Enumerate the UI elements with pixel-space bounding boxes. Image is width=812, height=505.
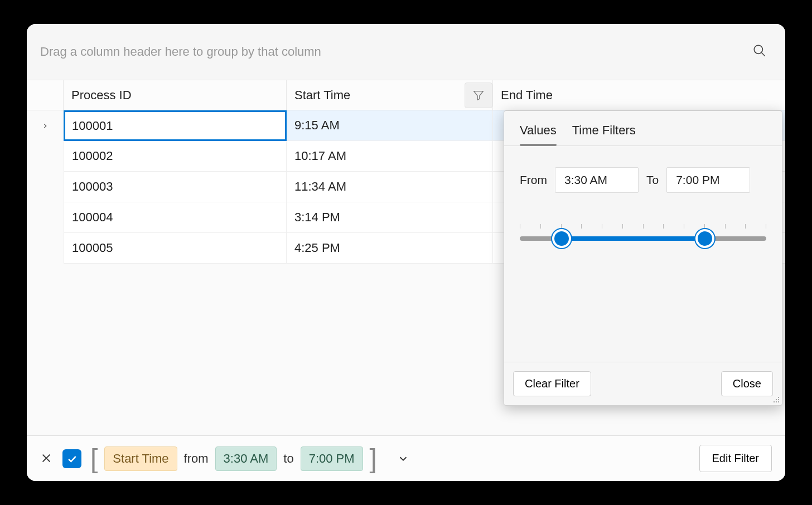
cell-process-id[interactable]: 100003 xyxy=(64,172,287,202)
slider-handle-low[interactable] xyxy=(552,229,571,248)
header-process-id-label: Process ID xyxy=(71,88,132,103)
from-label: From xyxy=(520,173,547,187)
range-inputs: From 3:30 AM To 7:00 PM xyxy=(520,167,766,193)
svg-point-4 xyxy=(778,397,779,398)
tab-time-filters[interactable]: Time Filters xyxy=(572,123,636,145)
from-field[interactable]: 3:30 AM xyxy=(555,167,639,193)
filter-word-to: to xyxy=(283,451,293,466)
cell-start-time[interactable]: 11:34 AM xyxy=(287,172,493,202)
clear-filter-button[interactable]: Clear Filter xyxy=(513,371,591,396)
range-slider[interactable] xyxy=(520,224,766,258)
header-end-time[interactable]: End Time xyxy=(493,80,785,110)
filter-button-start-time[interactable] xyxy=(465,82,492,108)
slider-fill xyxy=(562,236,704,241)
svg-point-7 xyxy=(774,401,775,402)
chevron-right-icon xyxy=(41,122,49,130)
cell-start-time[interactable]: 9:15 AM xyxy=(287,110,493,141)
row-expander[interactable] xyxy=(27,141,64,172)
resize-grip[interactable] xyxy=(773,396,780,403)
svg-point-0 xyxy=(754,45,762,54)
filter-dropdown[interactable] xyxy=(397,453,409,465)
cell-process-id[interactable]: 100004 xyxy=(64,202,287,233)
svg-point-9 xyxy=(778,401,779,402)
tab-values[interactable]: Values xyxy=(520,123,557,145)
filter-field-chip[interactable]: Start Time xyxy=(104,446,177,471)
row-expander[interactable] xyxy=(27,233,64,264)
close-icon xyxy=(40,452,52,464)
cell-start-time[interactable]: 10:17 AM xyxy=(287,141,493,172)
to-label: To xyxy=(646,173,659,187)
row-expander[interactable] xyxy=(27,172,64,202)
row-expander[interactable] xyxy=(27,110,64,141)
close-filter-button[interactable]: Close xyxy=(721,371,773,396)
filter-popup: Values Time Filters From 3:30 AM To 7:00… xyxy=(504,110,782,406)
group-panel[interactable]: Drag a column header here to group by th… xyxy=(27,24,785,80)
header-start-time[interactable]: Start Time xyxy=(287,80,493,110)
filter-expression[interactable]: [ Start Time from 3:30 AM to 7:00 PM ] xyxy=(90,445,377,472)
group-panel-text: Drag a column header here to group by th… xyxy=(40,45,321,59)
filter-bar-close[interactable] xyxy=(40,452,54,465)
filter-bar-checkbox[interactable] xyxy=(62,449,81,468)
filter-word-from: from xyxy=(184,451,209,466)
filter-popup-body: From 3:30 AM To 7:00 PM xyxy=(504,146,782,362)
header-process-id[interactable]: Process ID xyxy=(64,80,287,110)
row-expander[interactable] xyxy=(27,202,64,233)
grid-window: Drag a column header here to group by th… xyxy=(27,24,785,481)
slider-ticks xyxy=(520,224,766,229)
filter-from-chip[interactable]: 3:30 AM xyxy=(215,446,277,471)
svg-point-8 xyxy=(776,401,777,402)
filter-to-chip[interactable]: 7:00 PM xyxy=(301,446,363,471)
bracket-close: ] xyxy=(370,445,377,472)
header-expander xyxy=(27,80,64,110)
svg-point-5 xyxy=(776,399,777,400)
bracket-open: [ xyxy=(90,445,98,472)
resize-grip-icon xyxy=(773,396,780,403)
column-headers: Process ID Start Time End Time xyxy=(27,80,785,110)
check-icon xyxy=(66,453,78,464)
filter-popup-footer: Clear Filter Close xyxy=(504,362,782,405)
header-start-time-label: Start Time xyxy=(294,88,350,103)
filter-popup-tabs: Values Time Filters xyxy=(504,111,782,146)
cell-start-time[interactable]: 4:25 PM xyxy=(287,233,493,264)
cell-process-id[interactable]: 100001 xyxy=(64,110,287,141)
svg-point-6 xyxy=(778,399,779,400)
svg-line-1 xyxy=(762,53,765,56)
slider-handle-high[interactable] xyxy=(695,229,714,248)
filter-icon xyxy=(472,89,485,101)
search-icon xyxy=(752,43,767,58)
cell-process-id[interactable]: 100005 xyxy=(64,233,287,264)
cell-process-id[interactable]: 100002 xyxy=(64,141,287,172)
cell-start-time[interactable]: 3:14 PM xyxy=(287,202,493,233)
search-button[interactable] xyxy=(750,41,770,61)
filter-bar: [ Start Time from 3:30 AM to 7:00 PM ] E… xyxy=(27,435,785,481)
header-end-time-label: End Time xyxy=(501,88,553,103)
to-field[interactable]: 7:00 PM xyxy=(666,167,750,193)
chevron-down-icon xyxy=(397,453,409,465)
edit-filter-button[interactable]: Edit Filter xyxy=(699,445,772,472)
